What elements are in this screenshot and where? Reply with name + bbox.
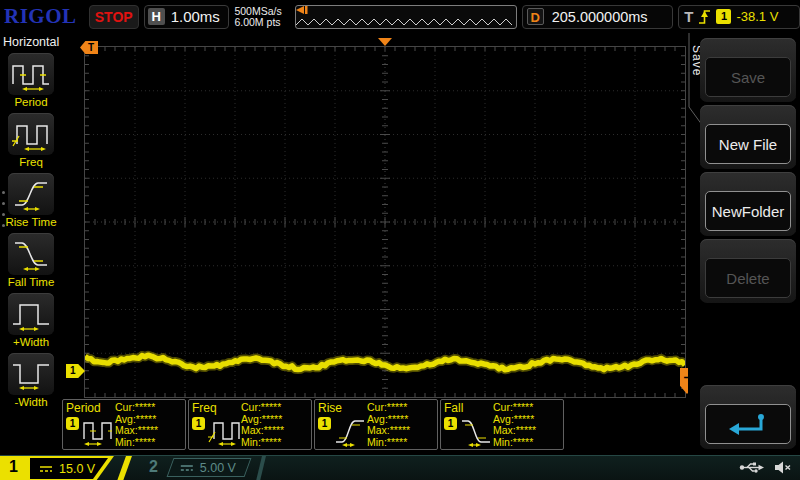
stat-value: ***** — [136, 413, 156, 425]
fall-time-icon — [460, 415, 492, 447]
oscilloscope-screen: RIGOL STOP H 1.00ms 500MSa/s 6.00M pts D… — [0, 0, 800, 480]
trigger-offscreen-marker-icon — [296, 6, 308, 14]
measurement-channel-badge: 1 — [318, 417, 331, 430]
timebase-value: 1.00ms — [171, 8, 220, 25]
delay-label: D — [527, 8, 544, 25]
channel1-number: 1 — [9, 458, 18, 476]
trigger-time-flag-icon[interactable]: T — [80, 41, 98, 54]
menu-item-pwidth[interactable]: +Width — [0, 293, 62, 348]
freq-icon — [208, 415, 240, 447]
menu-item-label: Rise Time — [5, 216, 56, 228]
channel1-waveform — [85, 47, 685, 397]
rise-time-icon — [11, 176, 51, 212]
stat-value: ***** — [135, 436, 155, 448]
menu-item-period[interactable]: Period — [0, 53, 62, 108]
rising-edge-icon — [698, 8, 711, 25]
measurement-name: Rise — [318, 401, 342, 415]
measure-menu-sidebar: Horizontal Period Freq — [0, 33, 62, 455]
measurement-channel-badge: 1 — [192, 417, 205, 430]
stat-value: ***** — [262, 413, 282, 425]
measurement-panel-fall[interactable]: Fall 1 Cur:***** Avg:***** Max:***** Min… — [440, 399, 564, 450]
run-state-indicator[interactable]: STOP — [89, 5, 139, 29]
menu-item-rise-time[interactable]: Rise Time — [0, 173, 62, 228]
rigol-logo: RIGOL — [4, 4, 84, 29]
period-icon — [11, 56, 51, 92]
sample-rate: 500MSa/s — [234, 6, 290, 17]
measure-category-title: Horizontal — [0, 33, 62, 53]
channel1-scale: 15.0 V — [59, 462, 95, 476]
trigger-source-badge: 1 — [716, 9, 731, 24]
menu-item-fall-time[interactable]: Fall Time — [0, 233, 62, 288]
new-folder-button[interactable]: NewFolder — [700, 172, 796, 236]
channel2-status[interactable]: 2 5.00 V — [140, 456, 272, 480]
delay-block[interactable]: D 205.000000ms — [522, 5, 674, 29]
stat-value: ***** — [514, 413, 534, 425]
stat-value: ***** — [261, 401, 281, 413]
delay-value: 205.000000ms — [552, 9, 648, 25]
save-menu-sidebar: Save Save New File NewFolder Delete — [688, 33, 800, 455]
measurement-panel-freq[interactable]: Freq 1 Cur:***** Avg:***** Max:***** Min… — [188, 399, 312, 450]
minus-width-icon — [11, 356, 51, 392]
period-icon — [82, 415, 114, 447]
stat-value: ***** — [516, 424, 536, 436]
stat-value: ***** — [138, 424, 158, 436]
stat-value: ***** — [264, 424, 284, 436]
measurement-panel-rise[interactable]: Rise 1 Cur:***** Avg:***** Max:***** Min… — [314, 399, 438, 450]
return-arrow-icon — [726, 411, 770, 437]
usb-icon — [739, 460, 765, 475]
timebase-block[interactable]: H 1.00ms — [144, 5, 230, 29]
new-file-button[interactable]: New File — [700, 105, 796, 169]
menu-item-freq[interactable]: Freq — [0, 113, 62, 168]
menu-item-label: Freq — [19, 156, 43, 168]
trigger-block[interactable]: T 1 -38.1 V — [678, 5, 800, 29]
plus-width-icon — [11, 296, 51, 332]
stat-value: ***** — [135, 401, 155, 413]
measurement-readout-strip: Period 1 Cur:***** Avg:***** Max:***** M… — [62, 399, 564, 450]
channel2-scale: 5.00 V — [200, 461, 236, 475]
top-status-bar: RIGOL STOP H 1.00ms 500MSa/s 6.00M pts D… — [0, 0, 800, 33]
waveform-position-preview[interactable] — [295, 5, 516, 29]
stat-value: ***** — [261, 436, 281, 448]
measurement-name: Period — [66, 401, 101, 415]
channel1-level-marker-icon[interactable]: 1 — [66, 364, 85, 378]
timebase-label: H — [148, 8, 165, 25]
measurement-name: Fall — [444, 401, 463, 415]
dc-coupling-icon — [180, 463, 194, 473]
rise-time-icon — [334, 415, 366, 447]
channel1-status[interactable]: 1 15.0 V — [0, 456, 132, 480]
stat-value: ***** — [513, 401, 533, 413]
measurement-panel-period[interactable]: Period 1 Cur:***** Avg:***** Max:***** M… — [62, 399, 186, 450]
menu-item-nwidth[interactable]: -Width — [0, 353, 62, 408]
menu-page-dots — [2, 191, 5, 227]
channel-status-bar: 1 15.0 V 2 5.00 V — [0, 455, 800, 480]
speaker-muted-icon — [773, 460, 792, 475]
graticule — [84, 46, 686, 398]
stat-value: ***** — [388, 413, 408, 425]
save-button[interactable]: Save — [700, 38, 796, 102]
status-icons — [739, 460, 792, 475]
measurement-channel-badge: 1 — [66, 417, 79, 430]
stat-value: ***** — [390, 424, 410, 436]
menu-item-label: +Width — [13, 336, 49, 348]
acquisition-info: 500MSa/s 6.00M pts — [234, 6, 290, 28]
preview-waveform — [296, 6, 516, 28]
measurement-channel-badge: 1 — [444, 417, 457, 430]
trigger-label: T — [684, 8, 693, 25]
waveform-display-area[interactable]: T 1 T — [62, 33, 688, 455]
dc-coupling-icon — [39, 464, 53, 474]
trigger-level-value: -38.1 V — [736, 9, 778, 24]
trigger-position-marker-icon[interactable] — [378, 38, 392, 46]
stat-value: ***** — [387, 401, 407, 413]
freq-icon — [11, 116, 51, 152]
channel2-slash — [256, 456, 266, 480]
menu-item-label: Fall Time — [8, 276, 55, 288]
channel2-number: 2 — [149, 458, 158, 476]
back-button[interactable] — [700, 385, 796, 449]
menu-item-label: Period — [14, 96, 47, 108]
measurement-name: Freq — [192, 401, 217, 415]
menu-item-label: -Width — [14, 396, 47, 408]
channel1-slash — [117, 456, 132, 480]
stat-value: ***** — [513, 436, 533, 448]
fall-time-icon — [11, 236, 51, 272]
delete-button[interactable]: Delete — [700, 239, 796, 303]
